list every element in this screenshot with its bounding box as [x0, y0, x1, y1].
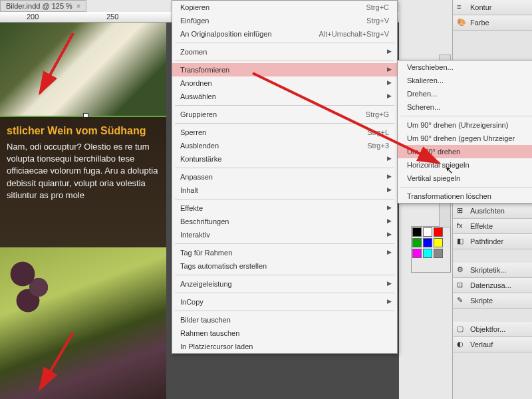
submenu-arrow-icon: ▶ [387, 249, 392, 255]
menu-shortcut: Strg+L [367, 128, 389, 136]
submenu-item[interactable]: Um 90° drehen (Uhrzeigersinn) [398, 118, 532, 132]
panel-label: Kontur [470, 3, 491, 11]
submenu-item[interactable]: Scheren... [398, 100, 532, 114]
menu-item-label: Kopieren [180, 3, 209, 11]
submenu-item[interactable]: Vertikal spiegeln [398, 172, 532, 185]
menu-item[interactable]: Effekte▶ [172, 201, 397, 215]
submenu-arrow-icon: ▶ [387, 173, 392, 180]
menu-item-label: Transformieren [180, 66, 229, 74]
menu-shortcut: Strg+V [366, 17, 389, 25]
submenu-arrow-icon: ▶ [387, 155, 392, 162]
color-icon: 🎨 [457, 18, 466, 27]
align-icon: ⊞ [457, 206, 466, 215]
menu-item-label: Gruppieren [180, 110, 217, 118]
menu-item[interactable]: SperrenStrg+L [172, 126, 397, 139]
panel-label: Ausrichten [470, 207, 505, 215]
menu-item[interactable]: Transformieren▶ [172, 63, 397, 76]
submenu-arrow-icon: ▶ [387, 217, 392, 224]
menu-item[interactable]: Rahmen tauschen [172, 327, 397, 340]
panel-pathfinder[interactable]: ◧Pathfinder [453, 234, 532, 249]
menu-item[interactable]: AusblendenStrg+3 [172, 139, 397, 152]
menu-item-label: Effekte [180, 204, 203, 212]
annotation-arrow-icon [27, 27, 86, 106]
document-tab[interactable]: Bilder.indd @ 125 % × [0, 0, 86, 12]
submenu-arrow-icon: ▶ [387, 231, 392, 237]
menu-item[interactable]: Interaktiv▶ [172, 228, 397, 241]
menu-item[interactable]: Bilder tauschen [172, 313, 397, 327]
panel-label: Datenzusa... [470, 281, 511, 289]
panel-gradient[interactable]: ◐Verlauf [453, 337, 532, 352]
panel-data[interactable]: ⊡Datenzusa... [453, 278, 532, 293]
submenu-item[interactable]: Transformationen löschen [398, 190, 532, 203]
annotation-arrow-icon [27, 326, 86, 399]
menu-item-label: In Platziercursor laden [180, 342, 253, 350]
submenu-item[interactable]: Horizontal spiegeln [398, 158, 532, 172]
menu-item-label: Ausblenden [180, 142, 219, 150]
menu-item[interactable]: Auswählen▶ [172, 90, 397, 103]
submenu-arrow-icon: ▶ [387, 92, 392, 99]
menu-item[interactable]: Inhalt▶ [172, 184, 397, 197]
swatch-strip[interactable] [411, 226, 451, 273]
panel-align[interactable]: ⊞Ausrichten [453, 203, 532, 219]
menu-item[interactable]: Tags automatisch erstellen [172, 259, 397, 273]
menu-item-label: Einfügen [180, 17, 209, 25]
menu-item-label: InCopy [180, 298, 203, 306]
menu-shortcut: Strg+G [366, 110, 389, 118]
submenu-item[interactable]: Verschieben... [398, 61, 532, 74]
submenu-arrow-icon: ▶ [387, 186, 392, 193]
panel-label: Skriptetik... [470, 266, 506, 274]
menu-item-label: Beschriftungen [180, 217, 229, 225]
panel-label: Pathfinder [470, 237, 503, 245]
panel-label: Farbe [470, 19, 489, 27]
menu-item[interactable]: KopierenStrg+C [172, 1, 397, 14]
submenu-item[interactable]: Drehen... [398, 87, 532, 100]
menu-item[interactable]: Tag für Rahmen▶ [172, 246, 397, 259]
close-icon[interactable]: × [76, 2, 80, 10]
panel-label: Objektfor... [470, 325, 505, 333]
panel-label: Verlauf [470, 340, 493, 348]
text-frame[interactable]: stlicher Wein vom Südhang Nam, odi occup… [0, 117, 166, 247]
submenu-arrow-icon: ▶ [387, 298, 392, 305]
menu-shortcut: Strg+3 [367, 142, 389, 150]
menu-item-label: An Originalposition einfügen [180, 30, 272, 38]
submenu-arrow-icon: ▶ [387, 204, 392, 211]
menu-item[interactable]: InCopy▶ [172, 295, 397, 309]
context-menu[interactable]: KopierenStrg+CEinfügenStrg+VAn Originalp… [172, 0, 398, 354]
panel-script[interactable]: ⚙Skriptetik... [453, 263, 532, 278]
data-icon: ⊡ [457, 281, 466, 290]
svg-line-1 [40, 332, 73, 389]
panel-label: Effekte [470, 222, 493, 230]
body-text: Nam, odi occuptur? Olestio es re tum vol… [7, 141, 160, 201]
panel-color[interactable]: 🎨Farbe [453, 15, 532, 31]
menu-item-label: Interaktiv [180, 231, 210, 239]
panel-scripts[interactable]: ✎Skripte [453, 293, 532, 309]
menu-item[interactable]: Zoomen▶ [172, 45, 397, 59]
menu-item-label: Konturstärke [180, 155, 221, 163]
menu-item[interactable]: Konturstärke▶ [172, 152, 397, 166]
menu-item-label: Tag für Rahmen [180, 249, 232, 257]
menu-item[interactable]: Anordnen▶ [172, 76, 397, 90]
submenu-item[interactable]: Skalieren... [398, 74, 532, 87]
panel-label: Skripte [470, 297, 493, 305]
panel-fx[interactable]: fxEffekte [453, 219, 532, 234]
menu-item[interactable]: Anpassen▶ [172, 170, 397, 184]
menu-item[interactable]: Anzeigeleistung▶ [172, 277, 397, 291]
menu-item[interactable]: EinfügenStrg+V [172, 14, 397, 27]
obj-icon: ▢ [457, 325, 466, 334]
menu-item[interactable]: An Originalposition einfügenAlt+Umschalt… [172, 27, 397, 41]
menu-shortcut: Strg+C [366, 3, 389, 11]
heading: stlicher Wein vom Südhang [7, 125, 160, 137]
menu-item[interactable]: In Platziercursor laden [172, 340, 397, 353]
submenu-item[interactable]: Um 90° drehen (gegen Uhrzeiger [398, 132, 532, 145]
menu-shortcut: Alt+Umschalt+Strg+V [319, 30, 389, 38]
transform-submenu[interactable]: Verschieben...Skalieren...Drehen...Scher… [397, 60, 532, 203]
menu-item[interactable]: Beschriftungen▶ [172, 215, 397, 228]
mouse-cursor-icon: ↖ [446, 165, 454, 176]
menu-item[interactable]: GruppierenStrg+G [172, 108, 397, 121]
submenu-arrow-icon: ▶ [387, 79, 392, 86]
submenu-arrow-icon: ▶ [387, 66, 392, 72]
menu-item-label: Rahmen tauschen [180, 329, 239, 337]
submenu-item[interactable]: Um 180° drehen [398, 145, 532, 158]
panel-stroke[interactable]: ≡Kontur [453, 0, 532, 15]
panel-obj[interactable]: ▢Objektfor... [453, 322, 532, 337]
